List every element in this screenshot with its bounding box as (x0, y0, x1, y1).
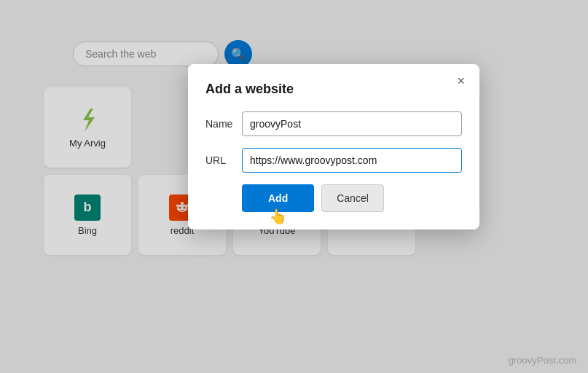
dialog-close-button[interactable]: × (452, 73, 469, 89)
url-input[interactable] (242, 148, 462, 173)
name-label: Name (205, 118, 242, 130)
dialog-title: Add a website (205, 82, 462, 97)
dialog-buttons: Add 👆 Cancel (205, 184, 462, 212)
cursor-hand-icon: 👆 (269, 208, 287, 225)
add-website-dialog: × Add a website Name URL Add 👆 Cancel (188, 64, 479, 229)
url-row: URL (205, 148, 462, 173)
add-button[interactable]: Add 👆 (242, 184, 314, 212)
watermark: groovyPost.com (509, 355, 576, 366)
cancel-button[interactable]: Cancel (321, 184, 384, 212)
url-label: URL (205, 154, 242, 166)
name-row: Name (205, 111, 462, 136)
name-input[interactable] (242, 111, 462, 136)
